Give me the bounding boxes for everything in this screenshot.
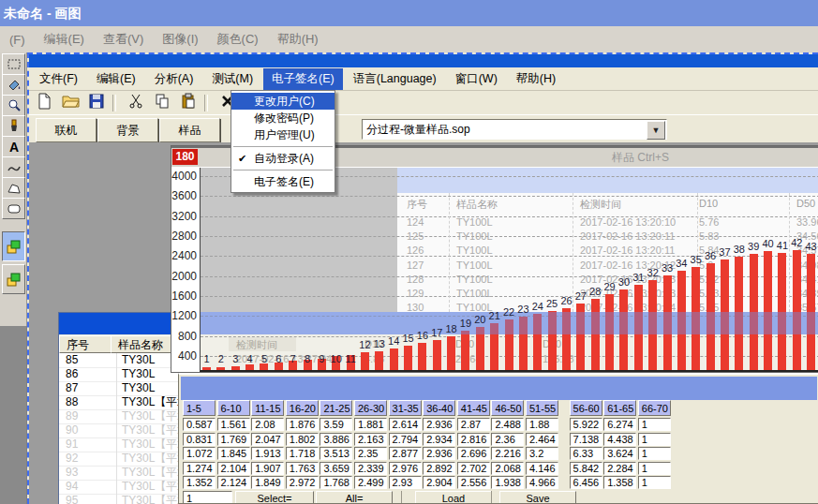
tool-cube[interactable] xyxy=(2,264,25,294)
app-menu-item-1[interactable]: 编辑(E) xyxy=(88,68,144,90)
menu-item-0[interactable]: 更改用户(C) xyxy=(231,93,335,110)
left-table-header-seq: 序号 xyxy=(59,335,112,353)
sample-row[interactable]: 93TY30L【平均】 xyxy=(59,466,178,481)
freq-cell: 2.87 xyxy=(457,418,490,431)
freq-cell: 0.587 xyxy=(183,418,216,431)
freq-cell: 1.274 xyxy=(183,462,216,475)
freq-cell: 3.886 xyxy=(320,433,352,446)
app-menu-item-7[interactable]: 帮助(H) xyxy=(508,68,564,90)
save-button[interactable] xyxy=(85,94,108,112)
sample-row[interactable]: 89TY30L【平均】 xyxy=(59,409,178,424)
paste-icon xyxy=(180,93,197,113)
freq-cell: 2.047 xyxy=(251,433,284,446)
ghost-strip-top xyxy=(397,168,818,193)
button-load[interactable]: Load xyxy=(415,491,492,504)
open-button[interactable] xyxy=(59,94,82,112)
bar xyxy=(461,331,469,370)
gridline xyxy=(201,216,818,217)
app-menu-item-4[interactable]: 电子签名(E) xyxy=(263,68,343,90)
freq-cell: 2.556 xyxy=(457,476,490,489)
paste-button[interactable] xyxy=(177,94,200,112)
sop-combobox[interactable]: 分过程-微量样品.sop ▼ xyxy=(362,119,667,140)
bar-label: 2 xyxy=(218,353,224,364)
button-联机[interactable]: 联机 xyxy=(36,118,97,142)
cut-button[interactable] xyxy=(125,94,147,112)
sample-row[interactable]: 90TY30L【平均】 xyxy=(59,423,178,438)
chevron-down-icon[interactable]: ▼ xyxy=(647,121,665,140)
freq-cell: 1.561 xyxy=(217,418,250,431)
freq-cell: 2.892 xyxy=(423,462,455,475)
app-menu-item-0[interactable]: 文件(F) xyxy=(31,68,86,90)
tool-polygon[interactable] xyxy=(2,177,25,199)
tool-select[interactable] xyxy=(2,53,25,75)
sample-row[interactable]: 91TY30L【平均】 xyxy=(59,437,178,452)
sample-row[interactable]: 95TY30L【平均】 xyxy=(59,494,178,504)
ghost-table-cell: 128 xyxy=(407,274,424,285)
cube-icon xyxy=(6,239,22,255)
paint-menu-item-1[interactable]: 编辑(E) xyxy=(35,29,94,50)
app-menu-item-5[interactable]: 语言(Language) xyxy=(345,68,445,90)
button-save[interactable]: Save xyxy=(499,491,576,504)
app-menu-item-2[interactable]: 分析(A) xyxy=(146,68,202,90)
tool-text[interactable]: A xyxy=(2,136,25,157)
button-背景[interactable]: 背景 xyxy=(97,118,158,142)
bar-label: 27 xyxy=(575,290,587,302)
paint-menu-item-2[interactable]: 查看(V) xyxy=(94,29,153,50)
ghost-table-cell: 124 xyxy=(407,216,424,228)
y-tick-label: 2400 xyxy=(171,249,197,262)
menu-item-2[interactable]: 用户管理(U) xyxy=(231,126,335,143)
app-menu-item-3[interactable]: 测试(M) xyxy=(203,68,261,90)
frequency-table-titlebar[interactable] xyxy=(181,377,817,400)
menu-item-4[interactable]: 电子签名(E) xyxy=(231,173,335,190)
controls-divider xyxy=(401,491,402,504)
tool-curve[interactable] xyxy=(2,156,25,178)
button-all[interactable]: All= xyxy=(316,491,393,504)
freq-header-56-60: 56-60 xyxy=(570,400,602,416)
polygon-icon xyxy=(7,181,22,195)
button-select[interactable]: Select= xyxy=(235,491,314,504)
freq-cell: 2.976 xyxy=(389,462,422,475)
tool-zoom[interactable] xyxy=(2,95,25,116)
tool-brush[interactable] xyxy=(2,115,25,137)
paint-menu-item-3[interactable]: 图像(I) xyxy=(153,29,207,50)
sample-row-name: TY30L【平均】 xyxy=(116,480,179,494)
freq-cell: 1.881 xyxy=(354,418,387,431)
bar-label: 43 xyxy=(805,241,816,252)
paint-menu-item-0[interactable]: (F) xyxy=(0,31,35,49)
bar-label: 29 xyxy=(603,281,615,292)
app-titlebar xyxy=(29,54,818,67)
sample-row[interactable]: 87TY30L xyxy=(59,381,178,396)
sample-row-name: TY30L【平均】 xyxy=(116,494,179,504)
tool-cube-active[interactable] xyxy=(2,231,25,261)
freq-cell: 6.274 xyxy=(603,418,636,431)
freq-cell: 2.794 xyxy=(389,433,422,446)
sample-row-name: TY30L xyxy=(116,381,155,395)
sample-row-name: TY30L【平均】 xyxy=(116,395,179,409)
gridline xyxy=(201,196,818,197)
tool-fill[interactable] xyxy=(2,74,25,96)
new-button[interactable] xyxy=(33,94,55,112)
paint-menu-item-4[interactable]: 颜色(C) xyxy=(208,29,268,50)
button-样品[interactable]: 样品 xyxy=(159,118,220,142)
tool-rounded-rect[interactable] xyxy=(2,198,25,219)
bar-label: 10 xyxy=(331,353,342,364)
sample-row[interactable]: 88TY30L【平均】 xyxy=(59,395,178,410)
sample-row[interactable]: 85TY30L xyxy=(59,353,178,368)
paint-menu-item-5[interactable]: 帮助(H) xyxy=(268,29,328,50)
sample-list-titlebar[interactable] xyxy=(59,313,178,334)
bar xyxy=(216,367,225,370)
freq-header-1-5: 1-5 xyxy=(183,400,216,416)
sample-row[interactable]: 92TY30L【平均】 xyxy=(59,452,178,467)
ghost-table-cell: TY100L xyxy=(456,216,493,228)
menu-item-3[interactable]: 自动登录(A)✔ xyxy=(231,150,335,167)
sample-row[interactable]: 86TY30L xyxy=(59,367,178,382)
row-count-input[interactable]: 1 xyxy=(183,491,232,504)
menu-item-1[interactable]: 修改密码(P) xyxy=(231,110,335,126)
bar xyxy=(245,364,254,370)
copy-button[interactable] xyxy=(151,94,173,112)
sample-row-seq: 91 xyxy=(66,437,78,452)
sample-row[interactable]: 94TY30L【平均】 xyxy=(59,480,178,495)
bar-label: 38 xyxy=(734,244,745,255)
app-menu-item-6[interactable]: 窗口(W) xyxy=(447,68,506,90)
freq-cell: 1.769 xyxy=(217,433,250,446)
